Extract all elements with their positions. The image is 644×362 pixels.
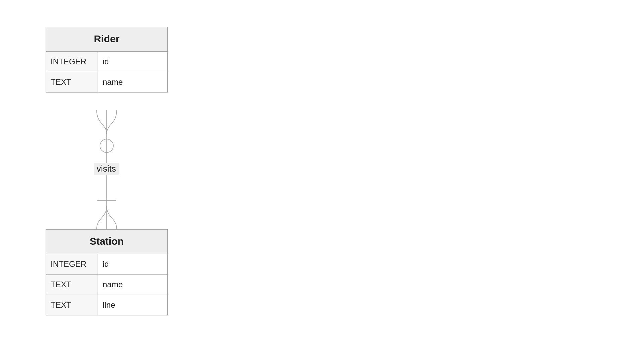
relationship-connector [0, 0, 644, 362]
relationship-label: visits [94, 163, 119, 175]
er-diagram: Rider INTEGER id TEXT name Station INTEG… [0, 0, 644, 362]
